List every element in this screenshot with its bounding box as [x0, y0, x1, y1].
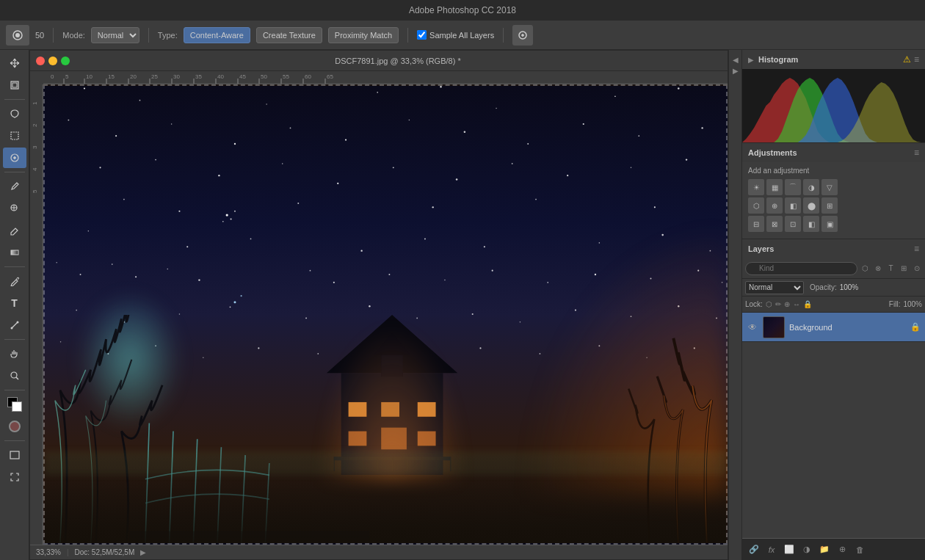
expand-right-btn[interactable]: ▶: [733, 67, 739, 75]
layer-lock-icon: 🔒: [910, 322, 921, 332]
svg-point-48: [139, 100, 141, 101]
svg-point-52: [377, 92, 378, 93]
adjustments-header[interactable]: Adjustments ≡: [742, 143, 925, 162]
left-tool-quick-mask[interactable]: [3, 416, 26, 437]
extra-options-btn[interactable]: [512, 25, 533, 46]
left-tool-fg-color[interactable]: [3, 394, 26, 415]
left-tool-clone[interactable]: [3, 198, 26, 219]
adjustments-content: Add an adjustment ☀ ▦ ⌒ ◑ ▽ ⬡ ⊕ ◧ ⬤ ⊞: [742, 162, 925, 239]
proximity-match-btn[interactable]: Proximity Match: [328, 27, 399, 43]
left-tool-text[interactable]: T: [3, 293, 26, 313]
adj-brightness-btn[interactable]: ☀: [748, 179, 764, 195]
layers-filter-icon[interactable]: ⊗: [873, 262, 884, 275]
add-mask-btn[interactable]: ⬜: [782, 542, 797, 557]
layer-visibility-eye[interactable]: 👁: [747, 321, 758, 333]
adj-gradient-map-btn[interactable]: ◧: [803, 216, 819, 232]
sample-all-layers-input[interactable]: [417, 30, 427, 40]
layers-kind-icon[interactable]: ⬡: [860, 262, 871, 275]
lock-all-icon[interactable]: 🔒: [803, 300, 812, 308]
left-tool-lasso[interactable]: [3, 103, 26, 124]
content-aware-btn[interactable]: Content-Aware: [184, 27, 250, 43]
create-texture-btn[interactable]: Create Texture: [256, 27, 322, 43]
lock-artboard-icon[interactable]: ⊕: [784, 300, 790, 308]
left-tool-marquee[interactable]: [3, 126, 26, 146]
histogram-header[interactable]: ▶ Histogram ⚠ ≡: [742, 50, 925, 69]
left-tool-artboard[interactable]: [3, 75, 26, 95]
layers-adjust-icon[interactable]: T: [885, 262, 896, 275]
layers-header[interactable]: Layers ≡: [742, 239, 925, 258]
canvas-container[interactable]: [43, 84, 728, 545]
adj-posterize-btn[interactable]: ⊠: [766, 216, 783, 232]
adj-levels-btn[interactable]: ▦: [766, 179, 783, 195]
layer-thumb-preview: [763, 317, 784, 338]
left-tool-hand[interactable]: [3, 343, 26, 364]
svg-point-108: [388, 274, 390, 275]
left-tool-eraser[interactable]: [3, 220, 26, 241]
divider-2: [148, 28, 149, 43]
blend-mode-select[interactable]: Normal: [745, 281, 804, 294]
left-tool-brush[interactable]: [3, 176, 26, 197]
lock-move-icon[interactable]: ↔: [793, 300, 800, 308]
new-group-btn[interactable]: 📁: [817, 542, 832, 557]
adj-hsl-btn[interactable]: ⬡: [748, 197, 764, 214]
ruler-left: 1 2 3 4 5: [30, 84, 43, 559]
new-layer-btn[interactable]: ⊕: [835, 542, 849, 557]
night-scene[interactable]: [43, 84, 728, 545]
delete-layer-btn[interactable]: 🗑: [852, 542, 867, 557]
histogram-canvas: [742, 69, 925, 142]
left-tool-zoom[interactable]: [3, 366, 26, 386]
svg-rect-12: [10, 451, 19, 459]
svg-point-69: [701, 127, 703, 128]
layers-menu-btn[interactable]: ≡: [914, 244, 919, 254]
svg-point-88: [432, 206, 434, 208]
adj-selective-color-btn[interactable]: ▣: [821, 216, 838, 232]
left-tool-screen-mode[interactable]: [3, 445, 26, 465]
histogram-play-btn[interactable]: ▶: [748, 56, 754, 64]
lock-pixels-icon[interactable]: ⬡: [766, 300, 772, 308]
svg-text:35: 35: [195, 73, 202, 80]
tool-options-icon[interactable]: [6, 25, 29, 46]
collapse-left-btn[interactable]: ◀: [733, 56, 739, 64]
main-layout: T: [0, 50, 925, 560]
adj-threshold-btn[interactable]: ⊡: [785, 216, 801, 232]
lock-position-icon[interactable]: ✏: [775, 300, 781, 308]
layers-panel: Layers ≡ 🔍 ⬡ ⊗ T ⊞ ⊙ Normal Opac: [742, 239, 925, 560]
layer-fx-btn[interactable]: fx: [764, 542, 779, 557]
adj-bw-btn[interactable]: ◧: [785, 197, 801, 214]
adj-channel-btn[interactable]: ⊞: [821, 197, 838, 214]
histogram-menu-btn[interactable]: ≡: [914, 54, 919, 65]
sample-all-layers-checkbox[interactable]: Sample All Layers: [417, 30, 494, 40]
adj-vibrance-btn[interactable]: ▽: [821, 179, 838, 195]
new-adjustment-btn[interactable]: ◑: [799, 542, 814, 557]
doc-maximize-btn[interactable]: [61, 57, 70, 65]
adj-exposure-btn[interactable]: ◑: [803, 179, 819, 195]
svg-point-74: [337, 183, 338, 184]
svg-point-59: [115, 135, 117, 137]
svg-text:5: 5: [65, 73, 69, 80]
mode-select[interactable]: Normal: [91, 27, 139, 43]
svg-text:5: 5: [32, 189, 38, 193]
doc-minimize-btn[interactable]: [48, 57, 57, 65]
adj-photofilter-btn[interactable]: ⬤: [803, 197, 819, 214]
link-layers-btn[interactable]: 🔗: [747, 542, 761, 557]
layers-search-input[interactable]: [745, 262, 857, 275]
svg-point-85: [123, 199, 125, 200]
left-tool-pen[interactable]: [3, 271, 26, 291]
svg-point-73: [282, 163, 283, 164]
adj-invert-btn[interactable]: ⊟: [748, 216, 764, 232]
left-tool-path[interactable]: [3, 315, 26, 335]
adj-curves-btn[interactable]: ⌒: [785, 179, 801, 195]
left-tool-gradient[interactable]: [3, 242, 26, 263]
left-tool-expand[interactable]: [3, 467, 26, 487]
adj-colorbalance-btn[interactable]: ⊕: [766, 197, 783, 214]
svg-text:20: 20: [130, 73, 137, 80]
layers-toggle-filter[interactable]: ⊙: [911, 262, 922, 275]
layer-row-background[interactable]: 👁 Background 🔒: [742, 313, 925, 342]
layers-effects-icon[interactable]: ⊞: [899, 262, 910, 275]
mode-label: Mode:: [62, 31, 85, 40]
left-tool-move[interactable]: [3, 53, 26, 73]
doc-close-btn[interactable]: [36, 57, 45, 65]
left-tool-healing[interactable]: [3, 148, 26, 168]
tool-separator-3: [4, 266, 25, 267]
adjustments-menu-btn[interactable]: ≡: [914, 148, 919, 158]
